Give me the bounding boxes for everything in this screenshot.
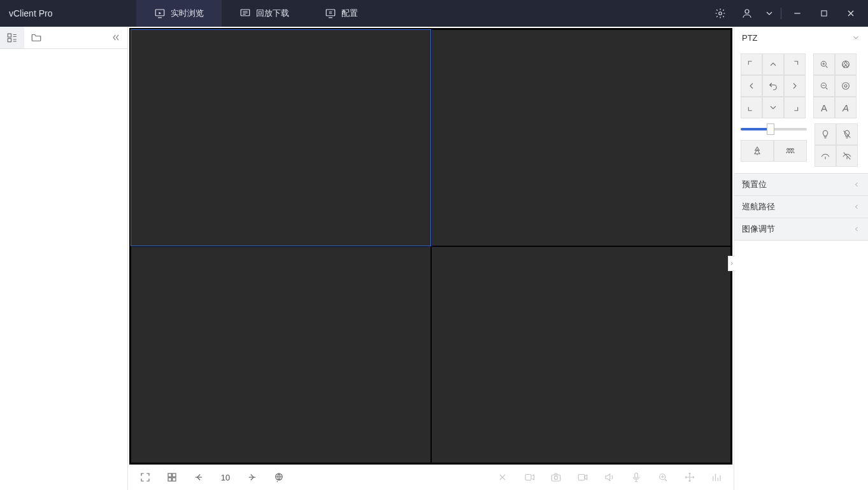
minimize-button[interactable] xyxy=(784,0,811,27)
ptz-header[interactable]: PTZ xyxy=(734,27,868,48)
tab-live-preview[interactable]: 实时浏览 xyxy=(136,0,222,27)
play-monitor-icon xyxy=(154,8,166,19)
svg-rect-9 xyxy=(173,473,176,477)
talk-button[interactable] xyxy=(518,468,540,487)
chevron-left-icon xyxy=(853,181,860,188)
iris-open-button[interactable] xyxy=(835,53,857,75)
ptz-down-right-button[interactable] xyxy=(784,97,806,118)
tour-button[interactable] xyxy=(268,468,290,487)
next-page-button[interactable] xyxy=(241,468,263,487)
ptz-home-button[interactable] xyxy=(762,75,784,97)
main-tabs: 实时浏览 回放下载 配置 xyxy=(136,0,376,27)
video-cell-2[interactable] xyxy=(431,29,732,246)
chevron-down-icon xyxy=(851,33,860,42)
preset-tree-button[interactable] xyxy=(741,140,774,162)
folder-button[interactable] xyxy=(24,27,48,48)
svg-point-22 xyxy=(843,83,850,90)
undo-icon xyxy=(767,80,779,92)
people-icon xyxy=(785,145,796,157)
tab-label: 回放下载 xyxy=(256,8,289,19)
close-icon xyxy=(497,472,508,482)
prev-page-button[interactable] xyxy=(188,468,210,487)
maximize-button[interactable] xyxy=(811,0,837,27)
fullscreen-button[interactable] xyxy=(134,468,156,487)
ptz-down-left-button[interactable] xyxy=(741,97,762,118)
chevron-up-icon xyxy=(768,59,778,69)
chevrons-left-icon xyxy=(111,32,121,43)
minimize-icon xyxy=(792,8,802,18)
focus-far-button[interactable]: A xyxy=(835,97,857,118)
center-area: 10 xyxy=(128,27,734,490)
iris-close-button[interactable] xyxy=(835,75,857,97)
svg-rect-17 xyxy=(635,473,638,478)
user-menu-button[interactable] xyxy=(760,0,778,27)
ptz-down-button[interactable] xyxy=(762,97,784,118)
svg-rect-2 xyxy=(326,10,335,16)
user-button[interactable] xyxy=(734,0,760,27)
device-tree[interactable] xyxy=(0,49,127,490)
tab-config[interactable]: 配置 xyxy=(307,0,376,27)
svg-rect-6 xyxy=(8,34,11,37)
cruise-header[interactable]: 巡航路径 xyxy=(734,196,868,218)
svg-rect-11 xyxy=(173,478,176,481)
letter-a-italic-icon: A xyxy=(843,102,849,113)
mic-button[interactable] xyxy=(625,468,647,487)
tab-playback[interactable]: 回放下载 xyxy=(222,0,307,27)
settings-button[interactable] xyxy=(707,0,734,27)
ptz-left-button[interactable] xyxy=(741,75,762,97)
close-icon xyxy=(846,8,856,18)
wiper-on-button[interactable] xyxy=(815,145,836,167)
collapse-right-button[interactable] xyxy=(728,256,735,271)
ptz-up-right-button[interactable] xyxy=(784,53,806,75)
video-cell-3[interactable] xyxy=(131,246,431,463)
svg-point-26 xyxy=(792,148,793,150)
record-button[interactable] xyxy=(572,468,594,487)
device-list-button[interactable] xyxy=(0,27,24,48)
preset-header[interactable]: 预置位 xyxy=(734,174,868,195)
preset-grid-button[interactable] xyxy=(774,140,807,162)
zoom-in-button[interactable] xyxy=(813,53,835,75)
wiper-off-button[interactable] xyxy=(836,145,858,167)
close-button[interactable] xyxy=(837,0,864,27)
cruise-section: 巡航路径 xyxy=(734,196,868,218)
focus-near-button[interactable]: A xyxy=(813,97,835,118)
ptz-right-button[interactable] xyxy=(784,75,806,97)
camera-icon xyxy=(550,472,562,483)
light-off-button[interactable] xyxy=(836,123,858,145)
video-cell-4[interactable] xyxy=(431,246,732,463)
light-on-button[interactable] xyxy=(815,123,836,145)
left-sidebar xyxy=(0,27,128,490)
snapshot-button[interactable] xyxy=(545,468,567,487)
digital-zoom-button[interactable] xyxy=(652,468,674,487)
user-icon xyxy=(741,8,753,19)
move-icon xyxy=(684,472,695,483)
page-stepper: 10 xyxy=(188,468,263,487)
talk-icon xyxy=(523,472,535,483)
tree-icon xyxy=(752,146,762,156)
audio-button[interactable] xyxy=(599,468,620,487)
zoom-out-button[interactable] xyxy=(813,75,835,97)
chevron-down-icon xyxy=(764,8,774,18)
stats-button[interactable] xyxy=(706,468,727,487)
ptz-speed-slider[interactable] xyxy=(741,123,807,135)
chevron-left-icon xyxy=(853,225,860,233)
chevron-left-icon xyxy=(746,81,757,91)
ptz-up-left-button[interactable] xyxy=(741,53,762,75)
window-controls xyxy=(707,0,868,27)
chevron-left-icon xyxy=(853,203,860,211)
bars-icon xyxy=(711,472,722,483)
layout-button[interactable] xyxy=(161,468,183,487)
ptz-up-button[interactable] xyxy=(762,53,784,75)
letter-a-icon: A xyxy=(821,102,827,113)
record-icon xyxy=(577,472,588,483)
ptz-aux: A A xyxy=(813,53,857,118)
ptz-move-button[interactable] xyxy=(679,468,701,487)
corner-down-right-icon xyxy=(790,102,800,113)
close-all-button[interactable] xyxy=(492,468,513,487)
zoom-icon xyxy=(657,472,669,483)
folder-icon xyxy=(31,32,42,43)
video-cell-1[interactable] xyxy=(131,29,431,246)
collapse-left-button[interactable] xyxy=(104,27,127,48)
image-adjust-header[interactable]: 图像调节 xyxy=(734,218,868,240)
bulb-icon xyxy=(820,129,830,139)
